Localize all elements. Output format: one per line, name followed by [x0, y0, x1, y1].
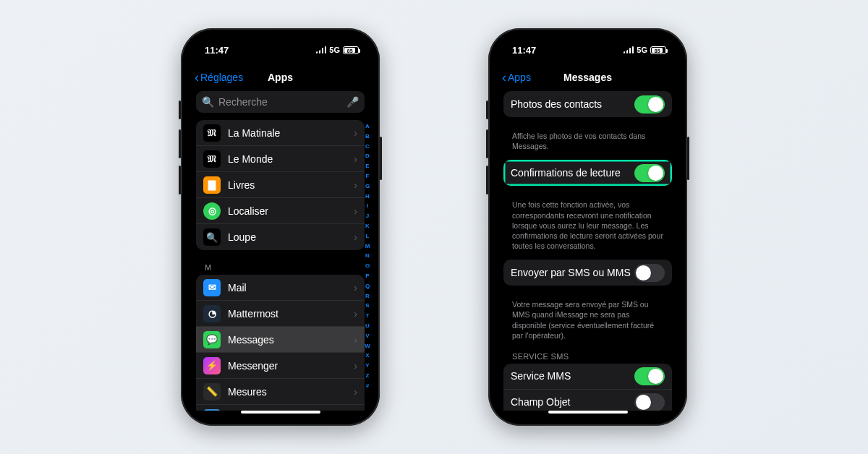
- mute-switch: [486, 100, 488, 119]
- chevron-right-icon: ›: [354, 127, 357, 139]
- volume-down: [486, 166, 488, 194]
- toggle-sms-mms[interactable]: [634, 264, 665, 282]
- row-label: Photos des contacts: [511, 98, 634, 110]
- index-letter[interactable]: V: [364, 333, 371, 339]
- row-champ-objet[interactable]: Champ Objet: [503, 390, 672, 411]
- toggle-photos-contacts[interactable]: [634, 95, 665, 113]
- index-letter[interactable]: B: [364, 133, 371, 140]
- app-row-messages[interactable]: 💬Messages›: [196, 327, 365, 353]
- app-label: Loupe: [228, 231, 354, 243]
- index-letter[interactable]: O: [364, 262, 371, 269]
- app-row-météo[interactable]: ☁Météo›: [196, 405, 365, 411]
- chevron-right-icon: ›: [354, 153, 357, 165]
- index-letter[interactable]: P: [364, 273, 371, 279]
- index-letter[interactable]: T: [364, 312, 371, 319]
- app-label: Livres: [228, 179, 354, 191]
- app-row-livres[interactable]: ▇Livres›: [196, 172, 365, 198]
- page-title: Messages: [563, 72, 612, 83]
- row-sms-mms[interactable]: Envoyer par SMS ou MMS: [503, 260, 672, 286]
- index-letter[interactable]: M: [364, 243, 371, 249]
- index-letter[interactable]: C: [364, 143, 371, 150]
- row-label: Service MMS: [511, 370, 634, 382]
- index-letter[interactable]: X: [364, 352, 371, 359]
- chevron-right-icon: ›: [354, 360, 357, 372]
- index-letter[interactable]: E: [364, 163, 371, 169]
- row-read-receipts[interactable]: Confirmations de lecture: [503, 160, 672, 186]
- index-letter[interactable]: G: [364, 183, 371, 189]
- index-letter[interactable]: #: [364, 382, 371, 389]
- power-button: [380, 137, 382, 180]
- index-letter[interactable]: H: [364, 193, 371, 200]
- index-letter[interactable]: Q: [364, 283, 371, 289]
- app-icon: ▇: [203, 176, 221, 194]
- group-sms-service: Service MMS Champ Objet Nombre de caract…: [503, 364, 672, 411]
- app-label: La Matinale: [228, 127, 354, 139]
- index-letter[interactable]: W: [364, 343, 371, 349]
- battery-icon: 85: [343, 46, 359, 54]
- toggle-read-receipts[interactable]: [634, 164, 665, 182]
- section-header-m: M: [196, 260, 365, 275]
- chevron-right-icon: ›: [354, 386, 357, 398]
- app-icon: 🔍: [203, 228, 221, 246]
- index-letter[interactable]: Z: [364, 372, 371, 379]
- search-placeholder: Recherche: [218, 96, 268, 108]
- index-letter[interactable]: J: [364, 213, 371, 219]
- index-letter[interactable]: D: [364, 153, 371, 159]
- chevron-right-icon: ›: [354, 334, 357, 346]
- row-service-mms[interactable]: Service MMS: [503, 364, 672, 390]
- index-letter[interactable]: K: [364, 223, 371, 229]
- app-row-la-matinale[interactable]: 𝔐La Matinale›: [196, 120, 365, 146]
- back-button[interactable]: ‹ Apps: [502, 71, 531, 84]
- app-row-le-monde[interactable]: 𝔐Le Monde›: [196, 146, 365, 172]
- back-button[interactable]: ‹ Réglages: [195, 71, 243, 84]
- app-label: Localiser: [228, 205, 354, 217]
- notch: [545, 36, 631, 52]
- toggle-champ-objet[interactable]: [634, 393, 665, 411]
- app-icon: ☁: [203, 409, 221, 411]
- index-letter[interactable]: S: [364, 302, 371, 309]
- chevron-left-icon: ‹: [195, 71, 199, 84]
- back-label: Réglages: [200, 72, 243, 83]
- index-letter[interactable]: Y: [364, 362, 371, 369]
- app-label: Mail: [228, 282, 354, 294]
- toggle-service-mms[interactable]: [634, 367, 665, 385]
- group-contact-photos: Photos des contacts: [503, 91, 672, 117]
- alpha-index[interactable]: ABCDEFGHIJKLMNOPQRSTUVWXYZ#: [364, 123, 371, 389]
- app-row-messenger[interactable]: ⚡Messenger›: [196, 353, 365, 379]
- search-input[interactable]: 🔍 Recherche 🎤: [196, 91, 365, 113]
- index-letter[interactable]: F: [364, 173, 371, 179]
- volume-up: [486, 129, 488, 158]
- app-icon: 𝔐: [203, 150, 221, 168]
- home-indicator[interactable]: [548, 411, 628, 414]
- app-row-localiser[interactable]: ◎Localiser›: [196, 198, 365, 224]
- power-button: [687, 137, 689, 180]
- footer-photos: Affiche les photos de vos contacts dans …: [503, 127, 672, 160]
- mic-icon: 🎤: [346, 96, 359, 108]
- index-letter[interactable]: I: [364, 202, 371, 209]
- app-label: Messenger: [228, 360, 354, 372]
- app-row-mail[interactable]: ✉Mail›: [196, 275, 365, 301]
- phone-right: 11:47 5G 85 ‹ Apps Messages Photos des c…: [488, 28, 687, 426]
- network-label: 5G: [329, 46, 340, 54]
- group-read-receipts: Confirmations de lecture: [503, 160, 672, 186]
- index-letter[interactable]: R: [364, 293, 371, 299]
- index-letter[interactable]: A: [364, 123, 371, 129]
- home-indicator[interactable]: [241, 411, 320, 414]
- network-label: 5G: [637, 46, 647, 54]
- nav-bar: ‹ Réglages Apps: [189, 64, 372, 91]
- header-sms-service: SERVICE SMS: [503, 349, 672, 364]
- app-row-mattermost[interactable]: ◔Mattermost›: [196, 301, 365, 327]
- index-letter[interactable]: N: [364, 252, 371, 259]
- index-letter[interactable]: U: [364, 322, 371, 329]
- battery-icon: 85: [650, 46, 666, 54]
- app-icon: ✉: [203, 279, 221, 296]
- volume-up: [179, 129, 181, 158]
- app-group-m: ✉Mail›◔Mattermost›💬Messages›⚡Messenger›📏…: [196, 275, 365, 411]
- row-photos-contacts[interactable]: Photos des contacts: [503, 91, 672, 117]
- index-letter[interactable]: L: [364, 233, 371, 239]
- app-label: Mesures: [228, 386, 354, 398]
- row-label: Champ Objet: [511, 396, 634, 408]
- app-row-loupe[interactable]: 🔍Loupe›: [196, 224, 365, 250]
- page-title: Apps: [268, 72, 293, 83]
- app-row-mesures[interactable]: 📏Mesures›: [196, 379, 365, 405]
